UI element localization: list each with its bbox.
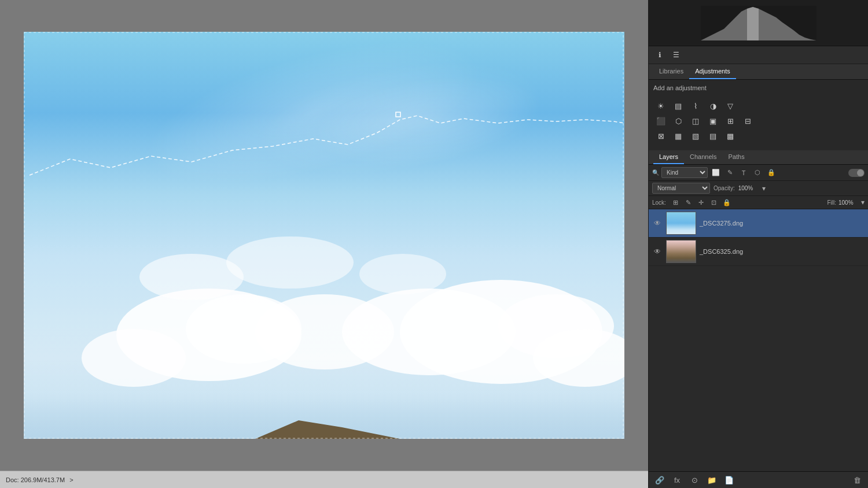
layers-channels-paths-tabs: Layers Channels Paths <box>649 150 868 165</box>
libraries-adjustments-tabs: Libraries Adjustments <box>649 64 868 80</box>
panel-icons-row: ℹ ☰ <box>649 46 868 64</box>
tab-layers[interactable]: Layers <box>653 150 684 164</box>
new-group-icon[interactable]: 📁 <box>705 474 718 486</box>
lock-move-icon[interactable]: ✛ <box>696 198 707 207</box>
filter-toggle[interactable] <box>848 169 865 177</box>
channelmix-icon[interactable]: ⊞ <box>723 114 738 127</box>
colorlookup-icon[interactable]: ⊟ <box>740 114 755 127</box>
histogram-chart <box>701 6 816 40</box>
delete-layer-icon[interactable]: 🗑 <box>851 474 863 486</box>
lock-all-icon[interactable]: 🔒 <box>722 198 732 207</box>
svg-marker-4 <box>747 7 759 40</box>
layer-item-dsc6325[interactable]: 👁 _DSC6325.dng <box>649 238 868 266</box>
filter-icon-shape[interactable]: ⬡ <box>752 168 763 178</box>
vibrance-icon[interactable]: ▽ <box>723 99 738 112</box>
opacity-label: Opacity: <box>713 185 735 191</box>
filter-icon-pixel[interactable]: ⬜ <box>710 168 722 178</box>
bw-icon[interactable]: ◫ <box>688 114 703 127</box>
photofilter-icon[interactable]: ▣ <box>705 114 720 127</box>
layer-name-dsc3275: _DSC3275.dng <box>700 220 865 227</box>
brightness-icon[interactable]: ☀ <box>653 99 668 112</box>
blend-mode-row: Normal Opacity: 100% ▾ <box>649 181 868 196</box>
lock-label: Lock: <box>652 199 666 206</box>
filter-icon-adjust[interactable]: ✎ <box>724 168 735 178</box>
hsl-icon[interactable]: ⬛ <box>653 114 668 127</box>
lock-row: Lock: ⊞ ✎ ✛ ⊡ 🔒 Fill: 100% ▾ <box>649 196 868 209</box>
layers-panel-icon[interactable]: ☰ <box>670 49 682 61</box>
layers-bottom-bar: 🔗 fx ⊙ 📁 📄 🗑 <box>649 471 868 488</box>
link-layers-icon[interactable]: 🔗 <box>653 474 666 486</box>
invert-icon[interactable]: ⊠ <box>653 130 668 142</box>
tab-channels[interactable]: Channels <box>684 150 722 164</box>
right-panel: ℹ ☰ Libraries Adjustments Add an adjustm… <box>648 0 868 488</box>
layer-visibility-dsc6325[interactable]: 👁 <box>652 246 663 257</box>
doc-info: Doc: 206.9M/413.7M <box>6 476 65 483</box>
lock-brush-icon[interactable]: ✎ <box>683 198 694 207</box>
fill-arrow[interactable]: ▾ <box>861 198 865 206</box>
layer-visibility-dsc3275[interactable]: 👁 <box>652 218 663 228</box>
lock-checkboard-icon[interactable]: ⊞ <box>671 198 681 207</box>
canvas-bottom-bar: Doc: 206.9M/413.7M > <box>0 471 648 488</box>
curves-icon[interactable]: ⌇ <box>688 99 703 112</box>
filter-icon-smart[interactable]: 🔒 <box>766 168 777 178</box>
layer-item-dsc3275[interactable]: 👁 _DSC3275.dng <box>649 209 868 238</box>
canvas-image <box>24 32 624 439</box>
layers-filter-bar: 🔍 Kind ⬜ ✎ T ⬡ 🔒 <box>649 165 868 181</box>
tab-adjustments[interactable]: Adjustments <box>689 64 736 79</box>
tab-paths[interactable]: Paths <box>723 150 751 164</box>
filter-icon-type[interactable]: T <box>738 168 749 178</box>
tab-libraries[interactable]: Libraries <box>653 64 689 79</box>
opacity-value[interactable]: 100% <box>738 185 759 191</box>
add-style-icon[interactable]: fx <box>671 474 683 486</box>
add-adjustment-label: Add an adjustment <box>653 84 863 91</box>
add-adjustment-area: Add an adjustment <box>649 80 868 96</box>
new-layer-icon[interactable]: 📄 <box>723 474 735 486</box>
blend-mode-select[interactable]: Normal <box>652 183 710 194</box>
lock-artboard-icon[interactable]: ⊡ <box>709 198 719 207</box>
layer-name-dsc6325: _DSC6325.dng <box>700 248 865 255</box>
info-icon[interactable]: ℹ <box>653 49 666 61</box>
layer-thumbnail-dsc3275 <box>666 212 696 235</box>
add-mask-icon[interactable]: ⊙ <box>688 474 701 486</box>
adjustment-icons-section: ☀ ▤ ⌇ ◑ ▽ ⬛ ⬡ ◫ ▣ ⊞ ⊟ ⊠ ▦ ▧ ▤ ▩ <box>649 96 868 148</box>
gradient-icon[interactable]: ▤ <box>705 130 720 142</box>
histogram-area <box>649 0 868 46</box>
fill-label: Fill: <box>827 199 836 206</box>
bottom-arrow[interactable]: > <box>69 476 73 483</box>
levels-icon[interactable]: ▤ <box>671 99 686 112</box>
threshold-icon[interactable]: ▧ <box>688 130 703 142</box>
colorbalance-icon[interactable]: ⬡ <box>671 114 686 127</box>
filter-kind-select[interactable]: Kind <box>661 167 708 178</box>
layers-list: 👁 _DSC3275.dng 👁 _DSC6325.dng <box>649 209 868 471</box>
selective-icon[interactable]: ▩ <box>723 130 738 142</box>
fill-value[interactable]: 100% <box>838 199 859 206</box>
exposure-icon[interactable]: ◑ <box>705 99 720 112</box>
layer-thumbnail-dsc6325 <box>666 240 696 263</box>
opacity-arrow[interactable]: ▾ <box>762 184 766 193</box>
posterize-icon[interactable]: ▦ <box>671 130 686 142</box>
